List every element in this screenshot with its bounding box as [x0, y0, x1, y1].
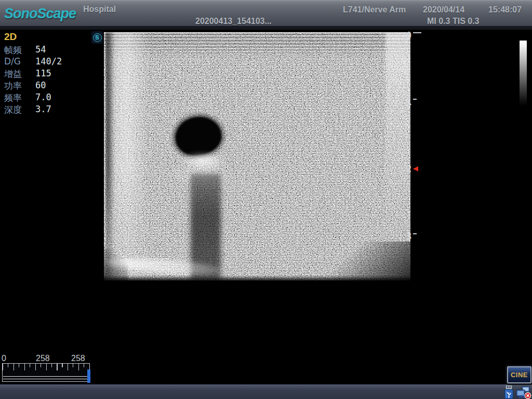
width-scale-ticks — [104, 32, 410, 34]
date-display: 2020/04/14 — [423, 5, 464, 15]
param-label: D/G — [4, 56, 35, 68]
depth-tick — [413, 99, 417, 100]
param-label: 深度 — [4, 104, 35, 116]
depth-ruler: 0 1 2 3 — [406, 29, 433, 278]
anterior-wall-echo — [182, 114, 209, 126]
depth-mark-1: 1 — [406, 97, 417, 107]
param-value: 54 — [35, 44, 46, 56]
cine-scrubber-track[interactable] — [2, 363, 90, 382]
posterior-enhancement — [180, 152, 225, 169]
param-row-gain: 增益 115 — [4, 68, 87, 80]
depth-mark-label: 0 — [406, 30, 411, 41]
speckle-banding — [104, 32, 410, 281]
param-value: 3.7 — [35, 104, 51, 116]
corner-falloff-left — [104, 248, 128, 281]
param-row-framerate: 帧频 54 — [4, 44, 87, 56]
param-row-power: 功率 60 — [4, 80, 87, 92]
param-value: 60 — [35, 80, 46, 92]
near-field-reverberation — [104, 32, 410, 59]
scrubber-total-frames: 258 — [71, 354, 85, 363]
param-value: 115 — [35, 68, 51, 80]
corner-falloff-right — [322, 242, 410, 281]
left-bright-band — [105, 32, 150, 277]
posterior-enhancement-halo — [170, 161, 235, 190]
parameter-panel: 2D 帧频 54 D/G 140/2 增益 115 功率 60 频率 7.0 深… — [4, 31, 87, 116]
scrubber-rail — [3, 376, 89, 379]
status-taskbar — [0, 384, 532, 399]
deep-bright-streak — [105, 256, 224, 277]
scrubber-start-label: 0 — [2, 354, 6, 363]
depth-mark-3: 3 — [406, 231, 417, 242]
depth-mark-label: 2 — [406, 164, 411, 174]
mode-label: 2D — [4, 31, 87, 44]
scrubber-minor-ticks — [3, 364, 89, 367]
acoustic-shadow — [191, 174, 221, 281]
network-disconnected-icon — [515, 386, 531, 399]
ultrasound-screen: SonoScape Hospital L741/Nerve Arm 2020/0… — [0, 0, 532, 399]
depth-mark-label: 1 — [406, 97, 411, 107]
depth-mark-label: 3 — [406, 231, 411, 242]
clock-display: 15:48:07 — [488, 5, 522, 15]
top-bar: SonoScape Hospital L741/Nerve Arm 2020/0… — [0, 0, 532, 26]
anechoic-vessel — [176, 117, 221, 155]
param-label: 频率 — [4, 92, 35, 104]
depth-tick — [413, 233, 417, 234]
focus-marker-icon — [413, 166, 418, 171]
grayscale-bar — [520, 41, 527, 106]
scrubber-thumb[interactable] — [87, 369, 90, 383]
exam-id: 20200413_154103... — [195, 17, 272, 26]
s-logo-icon: S — [91, 31, 103, 44]
mi-tis-indices: MI 0.3 TIS 0.3 — [427, 17, 479, 26]
scrubber-current-frame: 258 — [36, 354, 50, 363]
depth-tick — [413, 32, 421, 33]
probe-preset: L741/Nerve Arm — [343, 5, 406, 15]
speckle-texture — [104, 32, 410, 281]
s-logo-letter: S — [93, 33, 102, 42]
cine-button[interactable]: CINE — [507, 366, 531, 383]
ultrasound-image — [104, 32, 410, 281]
param-label: 帧频 — [4, 44, 35, 56]
param-label: 增益 — [4, 68, 35, 80]
usb-drive-icon — [503, 385, 514, 399]
image-bottom-fade — [104, 275, 410, 281]
depth-mark-0: 0 — [406, 30, 421, 41]
param-row-dg: D/G 140/2 — [4, 56, 87, 68]
skin-line — [104, 32, 410, 33]
param-value: 7.0 — [35, 92, 51, 104]
param-row-frequency: 频率 7.0 — [4, 92, 87, 104]
top-bar-divider — [0, 26, 532, 30]
brand-logo: SonoScape — [4, 6, 76, 22]
param-row-depth: 深度 3.7 — [4, 104, 87, 116]
hospital-name: Hospital — [83, 5, 116, 14]
param-label: 功率 — [4, 80, 35, 92]
depth-mark-2: 2 — [406, 164, 418, 174]
param-value: 140/2 — [35, 56, 62, 68]
